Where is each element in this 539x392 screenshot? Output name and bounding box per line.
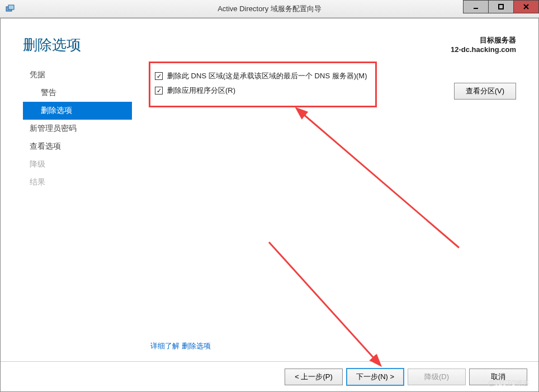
window-controls (464, 0, 539, 13)
body-row: 凭据警告删除选项新管理员密码查看选项降级结果 删除此 DNS 区域(这是承载该区… (1, 66, 538, 191)
learn-more: 详细了解 删除选项 (150, 341, 211, 351)
prev-button[interactable]: < 上一步(P) (285, 369, 343, 385)
sidebar-item-6: 结果 (23, 173, 132, 191)
header-row: 删除选项 目标服务器 12-dc.hacking.com (1, 18, 538, 66)
target-label: 目标服务器 (451, 35, 516, 45)
maximize-button[interactable] (488, 0, 514, 13)
titlebar: Active Directory 域服务配置向导 (0, 0, 539, 18)
checkbox-group-highlight: 删除此 DNS 区域(这是承载该区域的最后一个 DNS 服务器)(M)删除应用程… (149, 62, 377, 107)
close-button[interactable] (513, 0, 539, 13)
target-server: 12-dc.hacking.com (451, 45, 516, 54)
checkbox-0[interactable] (155, 72, 163, 80)
checkbox-row-0: 删除此 DNS 区域(这是承载该区域的最后一个 DNS 服务器)(M) (155, 69, 367, 83)
minimize-button[interactable] (463, 0, 489, 13)
target-info: 目标服务器 12-dc.hacking.com (451, 35, 516, 54)
svg-rect-1 (8, 5, 14, 10)
wizard-content: 删除选项 目标服务器 12-dc.hacking.com 凭据警告删除选项新管理… (0, 18, 539, 392)
main-panel: 删除此 DNS 区域(这是承载该区域的最后一个 DNS 服务器)(M)删除应用程… (132, 66, 516, 191)
checkbox-row-1: 删除应用程序分区(R) (155, 83, 367, 98)
sidebar-item-5: 降级 (23, 155, 132, 173)
svg-rect-3 (499, 4, 503, 9)
view-partition-button[interactable]: 查看分区(V) (454, 83, 516, 100)
learn-more-link[interactable]: 删除选项 (182, 342, 211, 350)
checkbox-label-1: 删除应用程序分区(R) (167, 86, 235, 96)
footer: < 上一步(P) 下一步(N) > 降级(D) 取消 (1, 361, 538, 391)
app-icon (4, 3, 16, 15)
demote-button: 降级(D) (408, 369, 466, 385)
sidebar: 凭据警告删除选项新管理员密码查看选项降级结果 (23, 66, 132, 191)
svg-line-7 (269, 242, 375, 360)
sidebar-item-1[interactable]: 警告 (23, 84, 132, 102)
next-button[interactable]: 下一步(N) > (346, 368, 404, 386)
checkbox-1[interactable] (155, 87, 163, 95)
checkbox-label-0: 删除此 DNS 区域(这是承载该区域的最后一个 DNS 服务器)(M) (167, 71, 367, 81)
sidebar-item-3[interactable]: 新管理员密码 (23, 120, 132, 138)
annotation-arrow-2 (258, 231, 414, 371)
sidebar-item-2[interactable]: 删除选项 (23, 102, 132, 120)
sidebar-item-0[interactable]: 凭据 (23, 66, 132, 84)
learn-more-prefix: 详细了解 (150, 342, 182, 350)
page-title: 删除选项 (23, 35, 81, 55)
sidebar-item-4[interactable]: 查看选项 (23, 138, 132, 155)
window-title: Active Directory 域服务配置向导 (218, 4, 321, 14)
watermark: @51CTO博客 (488, 379, 529, 388)
